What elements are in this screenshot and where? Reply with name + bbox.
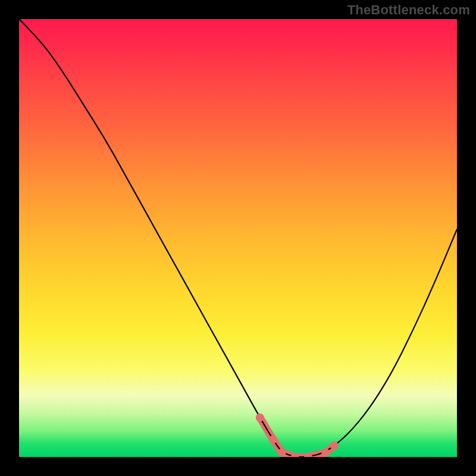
chart-frame: TheBottleneck.com <box>0 0 476 476</box>
bottleneck-curve <box>19 19 457 457</box>
marker-dot <box>278 449 286 457</box>
plot-area <box>19 19 457 457</box>
watermark-text: TheBottleneck.com <box>347 2 470 18</box>
marker-dot <box>269 436 277 444</box>
marker-dot <box>256 414 264 422</box>
marker-dot <box>330 441 339 450</box>
curve-svg <box>19 19 457 457</box>
marker-dot <box>321 449 330 457</box>
